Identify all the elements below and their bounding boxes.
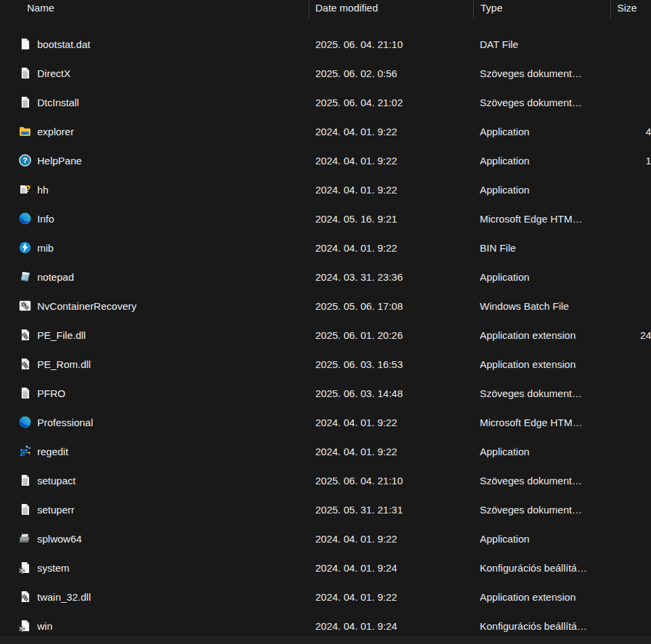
file-size-fragment: 4 (646, 125, 651, 137)
text-file-icon (18, 474, 32, 487)
file-date-modified: 2025. 05. 31. 21:31 (315, 503, 403, 515)
file-date-modified: 2024. 03. 31. 23:36 (315, 271, 403, 282)
file-row[interactable]: notepad 2024. 03. 31. 23:36 Application (0, 262, 651, 291)
file-type: Szöveges dokument… (480, 387, 582, 398)
notepad-icon (18, 270, 32, 283)
file-row[interactable]: NvContainerRecovery 2025. 05. 06. 17:08 … (0, 291, 651, 320)
explorer-icon (18, 124, 32, 138)
file-name: setuperr (37, 503, 74, 515)
file-name: system (37, 561, 70, 573)
file-row[interactable]: bootstat.dat 2025. 06. 04. 21:10 DAT Fil… (0, 29, 651, 58)
file-date-modified: 2025. 06. 01. 20:26 (315, 329, 403, 340)
dll-gears-icon (18, 328, 32, 342)
hh-help-icon: ? (18, 183, 32, 196)
file-row[interactable]: PE_File.dll 2025. 06. 01. 20:26 Applicat… (0, 320, 651, 349)
file-name: twain_32.dll (37, 591, 91, 602)
file-list: bootstat.dat 2025. 06. 04. 21:10 DAT Fil… (0, 29, 651, 640)
file-date-modified: 2025. 06. 03. 14:48 (315, 387, 403, 398)
file-name: PFRO (37, 387, 66, 398)
text-file-icon (18, 503, 32, 516)
file-row[interactable]: setuperr 2025. 05. 31. 21:31 Szöveges do… (0, 495, 651, 524)
column-header-size[interactable]: Size (617, 2, 637, 14)
file-date-modified: 2024. 04. 01. 9:22 (315, 591, 397, 602)
file-name: DtcInstall (37, 96, 79, 108)
column-header-name[interactable]: Name (27, 2, 54, 14)
file-type: Szöveges dokument… (480, 503, 582, 515)
file-name: HelpPane (37, 154, 82, 166)
file-date-modified: 2024. 04. 01. 9:22 (315, 183, 397, 195)
dll-gears-icon (18, 590, 32, 603)
file-row[interactable]: regedit 2024. 04. 01. 9:22 Application (0, 436, 651, 465)
file-size-fragment: 24 (640, 329, 651, 340)
file-name: Info (37, 212, 54, 224)
file-date-modified: 2025. 05. 06. 17:08 (315, 300, 403, 311)
column-resize-handle[interactable] (309, 0, 309, 18)
file-name: regedit (37, 445, 68, 457)
column-header-date-modified[interactable]: Date modified (315, 2, 378, 14)
file-type: Szöveges dokument… (480, 96, 582, 108)
column-resize-handle[interactable] (610, 0, 611, 18)
clipped-text-fragment: .. (480, 18, 485, 22)
file-row[interactable]: ? HelpPane 2024. 04. 01. 9:22 Applicatio… (0, 145, 651, 175)
svg-text:?: ? (25, 183, 31, 193)
file-row[interactable]: setupact 2025. 06. 04. 21:10 Szöveges do… (0, 465, 651, 495)
text-file-icon (18, 386, 32, 400)
file-row[interactable]: twain_32.dll 2024. 04. 01. 9:22 Applicat… (0, 582, 651, 611)
file-name: splwow64 (37, 532, 82, 544)
file-name: win (37, 620, 53, 631)
file-type: Microsoft Edge HTM… (480, 212, 583, 224)
ini-gear-icon (18, 619, 32, 632)
file-date-modified: 2025. 06. 03. 16:53 (315, 358, 403, 369)
blank-file-icon (18, 37, 32, 51)
file-row[interactable]: win 2024. 04. 01. 9:24 Konfigurációs beá… (0, 611, 651, 640)
help-icon: ? (18, 154, 32, 167)
printer-icon (18, 532, 32, 545)
column-header-type[interactable]: Type (480, 2, 503, 14)
file-date-modified: 2025. 06. 04. 21:10 (315, 38, 403, 49)
file-date-modified: 2024. 04. 01. 9:24 (315, 620, 397, 631)
file-date-modified: 2024. 04. 01. 9:24 (315, 561, 397, 573)
file-row[interactable]: mib 2024. 04. 01. 9:22 BIN File (0, 233, 651, 262)
file-type: Application (480, 532, 529, 544)
file-row[interactable]: ? hh 2024. 04. 01. 9:22 Application (0, 175, 651, 204)
column-header-bar: Name Date modified Type Size .. (0, 0, 651, 20)
file-name: notepad (37, 271, 74, 282)
file-type: BIN File (480, 242, 516, 253)
file-row[interactable]: explorer 2024. 04. 01. 9:22 Application … (0, 116, 651, 145)
file-row[interactable]: DirectX 2025. 06. 02. 0:56 Szöveges doku… (0, 58, 651, 87)
file-name: bootstat.dat (37, 38, 90, 49)
file-name: mib (37, 242, 53, 253)
file-name: setupact (37, 474, 76, 486)
file-type: Windows Batch File (480, 300, 569, 311)
file-date-modified: 2025. 06. 02. 0:56 (315, 67, 397, 78)
file-name: PE_File.dll (37, 329, 86, 340)
file-row[interactable]: Professional 2024. 04. 01. 9:22 Microsof… (0, 407, 651, 436)
file-type: Application (480, 125, 529, 137)
file-row[interactable]: system 2024. 04. 01. 9:24 Konfigurációs … (0, 553, 651, 582)
file-type: Application extension (480, 358, 576, 369)
file-row[interactable]: DtcInstall 2025. 06. 04. 21:02 Szöveges … (0, 87, 651, 116)
dll-gears-icon (18, 357, 32, 371)
file-type: Application (480, 271, 529, 282)
file-date-modified: 2025. 06. 04. 21:10 (315, 474, 403, 486)
file-type: Szöveges dokument… (480, 474, 582, 486)
file-date-modified: 2025. 06. 04. 21:02 (315, 96, 403, 108)
file-date-modified: 2024. 04. 01. 9:22 (315, 154, 397, 166)
file-type: Application extension (480, 329, 576, 340)
ini-gear-icon (18, 561, 32, 574)
file-size-fragment: 1 (646, 154, 651, 166)
text-file-icon (18, 95, 32, 109)
file-name: NvContainerRecovery (37, 300, 137, 311)
file-date-modified: 2024. 04. 01. 9:22 (315, 445, 397, 457)
file-explorer-list-view: { "columns": [ { "id": "name", "label": … (0, 0, 651, 644)
mib-bolt-icon (18, 241, 32, 254)
file-row[interactable]: Info 2024. 05. 16. 9:21 Microsoft Edge H… (0, 204, 651, 233)
file-type: Application (480, 183, 529, 195)
file-row[interactable]: PE_Rom.dll 2025. 06. 03. 16:53 Applicati… (0, 349, 651, 378)
file-type: Konfigurációs beállítá… (480, 561, 587, 573)
column-resize-handle[interactable] (473, 0, 474, 18)
file-row[interactable]: splwow64 2024. 04. 01. 9:22 Application (0, 524, 651, 553)
file-row[interactable]: PFRO 2025. 06. 03. 14:48 Szöveges dokume… (0, 378, 651, 407)
file-name: Professional (37, 416, 93, 428)
file-type: Application (480, 445, 529, 457)
